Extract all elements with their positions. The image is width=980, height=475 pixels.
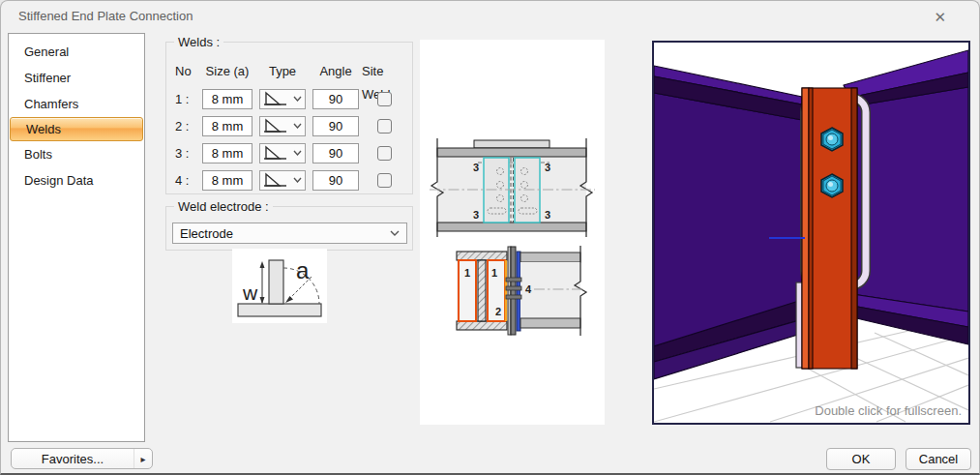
weld-symbol-diagram: w a (232, 249, 327, 323)
sidebar-item-welds[interactable]: Welds (10, 117, 143, 141)
fillet-weld-icon (263, 172, 288, 188)
connection-drawings-panel: 3 3 3 3 (420, 40, 605, 425)
weld-width-label: w (242, 282, 258, 304)
close-icon[interactable]: ✕ (928, 7, 952, 28)
sidebar: General Stiffener Chamfers Welds Bolts D… (8, 33, 145, 442)
weld-label-1a: 1 (464, 267, 470, 279)
weld-3-type-select[interactable] (259, 143, 306, 163)
welds-group: Welds : No Size (a) Type Angle Site Weld… (165, 42, 413, 194)
chevron-down-icon (293, 150, 302, 156)
weld-label-3d: 3 (545, 209, 550, 221)
weld-3-size-input[interactable] (202, 143, 252, 163)
welds-table: No Size (a) Type Angle Site Weld 1 : 2 :… (172, 58, 406, 193)
weld-1-type-select[interactable] (259, 89, 306, 109)
3d-preview-viewport[interactable]: Double click for fullscreen. (652, 41, 970, 425)
sidebar-item-bolts[interactable]: Bolts (9, 141, 144, 167)
weld-1-size-input[interactable] (202, 89, 252, 109)
weld-4-size-input[interactable] (202, 170, 252, 191)
welds-group-legend: Welds : (174, 35, 223, 49)
favorites-label: Favorites... (12, 452, 134, 466)
weld-row-2-label: 2 : (172, 119, 189, 134)
chevron-down-icon (390, 230, 400, 236)
chevron-down-icon (293, 96, 302, 102)
weld-label-4: 4 (525, 283, 532, 295)
weld-label-3c: 3 (473, 209, 479, 221)
weld-2-site-weld-checkbox[interactable] (377, 119, 392, 134)
section-view-drawing: 1 1 2 4 (457, 246, 586, 336)
sidebar-item-chamfers[interactable]: Chamfers (9, 91, 144, 117)
weld-label-2: 2 (495, 306, 501, 317)
bolt-top (821, 128, 843, 151)
weld-row-3-label: 3 : (172, 146, 189, 161)
fillet-weld-icon (263, 118, 288, 134)
weld-throat-label: a (296, 257, 310, 283)
sidebar-item-general[interactable]: General (9, 39, 144, 65)
weld-4-site-weld-checkbox[interactable] (377, 173, 392, 188)
sidebar-item-design-data[interactable]: Design Data (9, 167, 144, 193)
weld-2-size-input[interactable] (202, 116, 252, 136)
ok-button[interactable]: OK (826, 448, 896, 470)
bolt-marks (506, 278, 521, 299)
weld-label-1b: 1 (491, 267, 497, 279)
fillet-weld-icon (263, 145, 288, 161)
weld-1-angle-input[interactable] (312, 89, 359, 109)
weld-row-1-label: 1 : (172, 92, 189, 106)
weld-2-type-select[interactable] (259, 116, 306, 136)
window-title: Stiffened End Plate Connection (18, 9, 193, 23)
weld-3-angle-input[interactable] (312, 143, 359, 163)
weld-row-4-label: 4 : (172, 173, 189, 188)
fullscreen-hint: Double click for fullscreen. (815, 403, 962, 418)
weld-dimension-sketch: w a (232, 249, 327, 323)
column-header-size: Size (a) (206, 60, 250, 83)
weld-line-4-plate (517, 252, 520, 331)
column-header-no: No (172, 60, 192, 83)
chevron-down-icon (293, 177, 302, 183)
chevron-down-icon (293, 123, 302, 129)
weld-electrode-group: Weld electrode : Electrode (165, 206, 413, 251)
weld-4-angle-input[interactable] (312, 170, 359, 191)
column-header-angle: Angle (319, 60, 351, 83)
column-header-site-weld: Site Weld (362, 60, 406, 83)
column-header-type: Type (269, 60, 296, 83)
electrode-value: Electrode (180, 226, 233, 241)
weld-electrode-legend: Weld electrode : (174, 199, 273, 214)
titlebar[interactable]: Stiffened End Plate Connection ✕ (1, 1, 979, 32)
electrode-select[interactable]: Electrode (172, 223, 407, 244)
connection-drawings: 3 3 3 3 (420, 40, 605, 425)
bolt-bottom (821, 174, 843, 197)
weld-label-3b: 3 (545, 162, 550, 173)
weld-4-type-select[interactable] (259, 170, 306, 191)
fillet-weld-icon (263, 91, 288, 106)
3d-connection-render: Double click for fullscreen. (654, 43, 968, 423)
favorites-button[interactable]: Favorites... ▸ (11, 448, 153, 469)
sidebar-item-stiffener[interactable]: Stiffener (9, 65, 144, 91)
favorites-arrow-icon: ▸ (134, 449, 152, 468)
stiffened-end-plate-connection-dialog: Stiffened End Plate Connection ✕ General… (0, 0, 980, 475)
weld-label-3a: 3 (473, 162, 479, 173)
weld-1-site-weld-checkbox[interactable] (377, 92, 392, 106)
cancel-button[interactable]: Cancel (906, 448, 971, 470)
weld-3-site-weld-checkbox[interactable] (377, 146, 392, 161)
weld-2-angle-input[interactable] (312, 116, 359, 136)
top-view-drawing: 3 3 3 3 (430, 138, 595, 237)
